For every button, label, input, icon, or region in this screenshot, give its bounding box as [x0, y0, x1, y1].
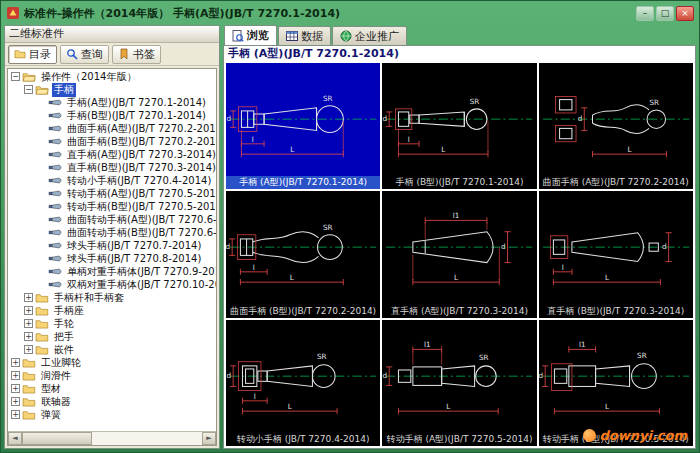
tree-item-label: 曲面转动手柄(A型)(JB/T 7270.6-2014) — [65, 213, 216, 227]
sidebar-panel: 二维标准件 目录 查询 — [4, 25, 220, 449]
thumbnail-4[interactable]: LldSR曲面手柄 (B型)(JB/T 7270.2-2014) — [226, 191, 380, 317]
tree-horizontal-scrollbar[interactable]: ◄ ► — [8, 431, 216, 445]
tree-item[interactable]: 曲面手柄(B型)(JB/T 7270.2-2014) — [8, 135, 216, 148]
thumbnail-8[interactable]: Ll1dSR转动手柄 (A型)(JB/T 7270.5-2014) — [382, 320, 536, 446]
collapse-icon[interactable]: − — [24, 85, 33, 94]
svg-text:L: L — [605, 273, 609, 282]
cad-preview: LldSR — [226, 320, 380, 433]
cad-preview: LldSR — [226, 191, 380, 304]
thumbnail-7[interactable]: LldSR转动小手柄 (JB/T 7270.4-2014) — [226, 320, 380, 446]
expand-icon[interactable]: + — [24, 319, 33, 328]
bookmark-icon — [118, 48, 130, 60]
tree-item[interactable]: −操作件（2014年版） — [8, 70, 216, 83]
tree-item-label: 手轮 — [52, 317, 76, 331]
maximize-button[interactable]: □ — [656, 6, 674, 21]
sidebar-title: 二维标准件 — [5, 26, 219, 43]
expand-icon[interactable]: + — [24, 306, 33, 315]
tree-item[interactable]: 直手柄(B型)(JB/T 7270.3-2014) — [8, 161, 216, 174]
tree-item-label: 嵌件 — [52, 343, 76, 357]
handle-icon — [48, 266, 62, 277]
tree-item[interactable]: +联轴器 — [8, 395, 216, 408]
expand-icon[interactable]: + — [11, 397, 20, 406]
tree-item-label: 润滑件 — [39, 369, 73, 383]
titlebar[interactable]: 标准件-操作件（2014年版） 手柄(A型)(JB/T 7270.1-2014)… — [4, 4, 696, 25]
cad-preview: Lld — [539, 191, 693, 304]
tree-item[interactable]: 球头手柄(JB/T 7270.7-2014) — [8, 239, 216, 252]
tree-item-label: 单柄对重手柄体(JB/T 7270.9-2014) — [65, 265, 216, 279]
tree-item[interactable]: 球头手柄(JB/T 7270.8-2014) — [8, 252, 216, 265]
tree-item[interactable]: +手轮 — [8, 317, 216, 330]
thumbnail-6[interactable]: Lld直手柄 (B型)(JB/T 7270.3-2014) — [539, 191, 693, 317]
expand-icon[interactable]: + — [24, 332, 33, 341]
tree-item[interactable]: +把手 — [8, 330, 216, 343]
tree-item-label: 工业脚轮 — [39, 356, 83, 370]
tree-item[interactable]: 曲面转动手柄(B型)(JB/T 7270.6-2014) — [8, 226, 216, 239]
tree-item[interactable]: 双柄对重手柄体(JB/T 7270.10-2014) — [8, 278, 216, 291]
svg-text:SR: SR — [637, 350, 647, 359]
tab-data[interactable]: 数据 — [278, 26, 331, 45]
tree-item[interactable]: +弹簧 — [8, 408, 216, 421]
search-button[interactable]: 查询 — [60, 45, 109, 64]
expand-icon[interactable]: + — [24, 293, 33, 302]
tree-item[interactable]: +润滑件 — [8, 369, 216, 382]
thumbnail-5[interactable]: Ll1d直手柄 (A型)(JB/T 7270.3-2014) — [382, 191, 536, 317]
handle-icon — [48, 175, 62, 186]
thumbnail-3[interactable]: LdSR曲面手柄 (A型)(JB/T 7270.2-2014) — [539, 63, 693, 189]
thumbnail-1[interactable]: LldSR手柄 (A型)(JB/T 7270.1-2014) — [226, 63, 380, 189]
tree-item-label: 转动手柄(B型)(JB/T 7270.5-2014) — [65, 200, 216, 214]
tree-item[interactable]: 手柄(B型)(JB/T 7270.1-2014) — [8, 109, 216, 122]
tree-item[interactable]: 单柄对重手柄体(JB/T 7270.9-2014) — [8, 265, 216, 278]
expand-icon[interactable]: + — [11, 358, 20, 367]
tab-browse[interactable]: 浏览 — [224, 25, 277, 45]
cad-preview: Ll1dSR — [539, 320, 693, 433]
tree-item[interactable]: 转动手柄(B型)(JB/T 7270.5-2014) — [8, 200, 216, 213]
close-button[interactable]: × — [676, 6, 694, 21]
tree-item[interactable]: −手柄 — [8, 83, 216, 96]
tree-indent — [37, 124, 46, 133]
tree-view: −操作件（2014年版）−手柄手柄(A型)(JB/T 7270.1-2014)手… — [7, 68, 217, 446]
svg-text:d: d — [577, 114, 582, 123]
scrollbar-track[interactable] — [22, 432, 202, 445]
tree-item-label: 手柄座 — [52, 304, 86, 318]
directory-button[interactable]: 目录 — [8, 45, 57, 64]
tree-item[interactable]: 转动手柄(A型)(JB/T 7270.5-2014) — [8, 187, 216, 200]
bookmark-button[interactable]: 书签 — [112, 45, 161, 64]
tree-indent — [37, 202, 46, 211]
tree-indent — [37, 137, 46, 146]
expand-icon[interactable]: + — [11, 384, 20, 393]
scrollbar-thumb[interactable] — [22, 432, 92, 445]
expand-icon[interactable]: + — [11, 410, 20, 419]
collapse-icon[interactable]: − — [11, 72, 20, 81]
minimize-button[interactable]: – — [636, 6, 654, 21]
thumbnail-caption: 直手柄 (A型)(JB/T 7270.3-2014) — [382, 305, 536, 318]
thumbnail-2[interactable]: LldSR手柄 (B型)(JB/T 7270.1-2014) — [382, 63, 536, 189]
tree-item[interactable]: +型材 — [8, 382, 216, 395]
tree-item[interactable]: +手柄杆和手柄套 — [8, 291, 216, 304]
tree-item[interactable]: 手柄(A型)(JB/T 7270.1-2014) — [8, 96, 216, 109]
tree-item[interactable]: 曲面转动手柄(A型)(JB/T 7270.6-2014) — [8, 213, 216, 226]
handle-icon — [48, 149, 62, 160]
expand-icon[interactable]: + — [24, 345, 33, 354]
svg-text:l: l — [408, 135, 410, 144]
tree-item[interactable]: +嵌件 — [8, 343, 216, 356]
svg-text:d: d — [383, 114, 388, 123]
tree-item-label: 操作件（2014年版） — [39, 70, 138, 84]
handle-icon — [48, 162, 62, 173]
scroll-left-icon[interactable]: ◄ — [8, 432, 22, 445]
tree-item-label: 手柄(B型)(JB/T 7270.1-2014) — [65, 109, 208, 123]
tree-item[interactable]: +手柄座 — [8, 304, 216, 317]
scroll-right-icon[interactable]: ► — [202, 432, 216, 445]
tree-item[interactable]: 转动小手柄(JB/T 7270.4-2014) — [8, 174, 216, 187]
tab-promotion[interactable]: 企业推广 — [332, 26, 407, 45]
search-icon — [66, 48, 78, 60]
tree-item-label: 曲面手柄(A型)(JB/T 7270.2-2014) — [65, 122, 216, 136]
tree-item[interactable]: 曲面手柄(A型)(JB/T 7270.2-2014) — [8, 122, 216, 135]
tree-item[interactable]: +工业脚轮 — [8, 356, 216, 369]
tree-indent — [37, 228, 46, 237]
expand-icon[interactable]: + — [11, 371, 20, 380]
svg-text:l1: l1 — [424, 340, 431, 349]
svg-text:SR: SR — [323, 223, 333, 232]
folder-icon — [35, 305, 49, 316]
tree-item[interactable]: 直手柄(A型)(JB/T 7270.3-2014) — [8, 148, 216, 161]
svg-text:l: l — [254, 391, 256, 400]
